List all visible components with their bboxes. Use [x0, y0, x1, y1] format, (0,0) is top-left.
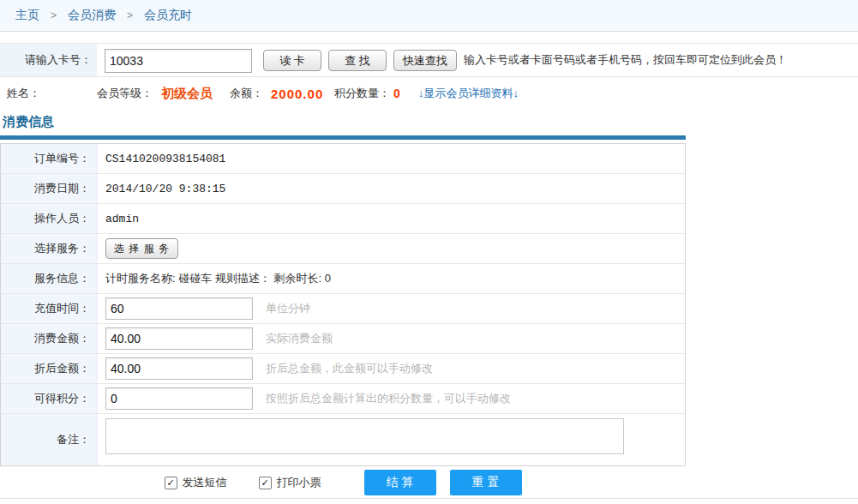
recharge-time-hint: 单位分钟 [266, 301, 310, 316]
member-name-label: 姓名： [7, 86, 40, 101]
breadcrumb-member-recharge[interactable]: 会员充时 [144, 8, 192, 23]
form-row-consume-date: 消费日期： 2014/10/20 9:38:15 [1, 174, 685, 204]
select-service-button[interactable]: 选 择 服 务 [105, 238, 178, 259]
recharge-time-label: 充值时间： [1, 294, 98, 323]
discounted-amount-input[interactable] [105, 357, 253, 380]
print-receipt-label: 打印小票 [277, 475, 321, 490]
recharge-time-input[interactable] [105, 297, 253, 320]
breadcrumb-member-consume[interactable]: 会员消费 [68, 8, 116, 23]
card-search-hint: 输入卡号或者卡面号码或者手机号码，按回车即可定位到此会员！ [464, 44, 787, 76]
checkbox-checked-icon: ✓ [165, 477, 177, 489]
consume-date-label: 消费日期： [1, 174, 98, 203]
action-bar: ✓ 发送短信 ✓ 打印小票 结 算 重 置 [0, 468, 686, 497]
send-sms-checkbox[interactable]: ✓ 发送短信 [165, 475, 227, 490]
section-divider-bar [0, 135, 686, 140]
consume-amount-input[interactable] [105, 327, 253, 350]
discounted-amount-label: 折后金额： [1, 354, 98, 383]
footer-divider [0, 498, 858, 499]
breadcrumb-home[interactable]: 主页 [15, 8, 39, 23]
member-level-label: 会员等级： [97, 86, 153, 101]
form-row-operator: 操作人员： admin [1, 204, 685, 234]
breadcrumb-separator-icon: > [127, 9, 133, 21]
form-row-service-info: 服务信息： 计时服务名称: 碰碰车 规则描述： 剩余时长: 0 [1, 264, 685, 294]
operator-label: 操作人员： [1, 204, 98, 233]
consume-amount-hint: 实际消费金额 [266, 331, 333, 346]
find-button[interactable]: 查 找 [328, 50, 387, 71]
order-no-label: 订单编号： [1, 144, 98, 173]
form-row-consume-amount: 消费金额： 实际消费金额 [1, 324, 685, 354]
earn-points-label: 可得积分： [1, 384, 98, 413]
reset-button[interactable]: 重 置 [450, 470, 522, 495]
service-info-label: 服务信息： [1, 264, 98, 293]
quick-find-button[interactable]: 快速查找 [393, 50, 457, 71]
form-row-recharge-time: 充值时间： 单位分钟 [1, 294, 685, 324]
earn-points-hint: 按照折后总金额计算出的积分数量，可以手动修改 [266, 391, 511, 406]
form-row-discounted-amount: 折后金额： 折后总金额，此金额可以手动修改 [1, 354, 685, 384]
form-row-remark: 备注： [1, 414, 685, 465]
form-row-select-service: 选择服务： 选 择 服 务 [1, 234, 685, 264]
show-member-detail-link[interactable]: ↓显示会员详细资料↓ [418, 86, 519, 101]
print-receipt-checkbox[interactable]: ✓ 打印小票 [259, 475, 321, 490]
member-balance-value: 2000.00 [271, 87, 323, 101]
operator-value: admin [105, 213, 139, 225]
member-recharge-page: 主页 > 会员消费 > 会员充时 请输入卡号： 读 卡 查 找 快速查找 输入卡… [0, 0, 858, 504]
member-points-label: 积分数量： [334, 86, 390, 101]
section-title-consume-info: 消费信息 [3, 114, 54, 130]
consume-amount-label: 消费金额： [1, 324, 98, 353]
select-service-label: 选择服务： [1, 234, 98, 263]
breadcrumb: 主页 > 会员消费 > 会员充时 [0, 0, 858, 32]
settle-button[interactable]: 结 算 [364, 470, 436, 495]
earn-points-input[interactable] [105, 387, 253, 410]
form-row-earn-points: 可得积分： 按照折后总金额计算出的积分数量，可以手动修改 [1, 384, 685, 414]
remark-label: 备注： [1, 414, 98, 465]
send-sms-label: 发送短信 [183, 475, 227, 490]
breadcrumb-separator-icon: > [51, 9, 57, 21]
card-number-input[interactable] [105, 49, 252, 73]
remark-textarea[interactable] [105, 418, 624, 454]
member-points-value: 0 [393, 87, 400, 100]
card-search-row: 请输入卡号： 读 卡 查 找 快速查找 输入卡号或者卡面号码或者手机号码，按回车… [0, 43, 858, 77]
service-info-value: 计时服务名称: 碰碰车 规则描述： 剩余时长: 0 [105, 271, 331, 286]
order-no-value: CS1410200938154081 [105, 153, 225, 165]
member-balance-label: 余额： [230, 86, 263, 101]
read-card-button[interactable]: 读 卡 [263, 50, 321, 71]
discounted-amount-hint: 折后总金额，此金额可以手动修改 [266, 361, 433, 376]
card-number-label: 请输入卡号： [0, 44, 97, 76]
member-summary: 姓名： 会员等级： 初级会员 余额： 2000.00 积分数量： 0 ↓显示会员… [0, 77, 858, 110]
checkbox-checked-icon: ✓ [259, 477, 272, 489]
consume-date-value: 2014/10/20 9:38:15 [105, 183, 225, 195]
consume-info-table: 订单编号： CS1410200938154081 消费日期： 2014/10/2… [0, 143, 686, 466]
member-level-value: 初级会员 [161, 86, 213, 102]
form-row-order-no: 订单编号： CS1410200938154081 [1, 144, 685, 174]
